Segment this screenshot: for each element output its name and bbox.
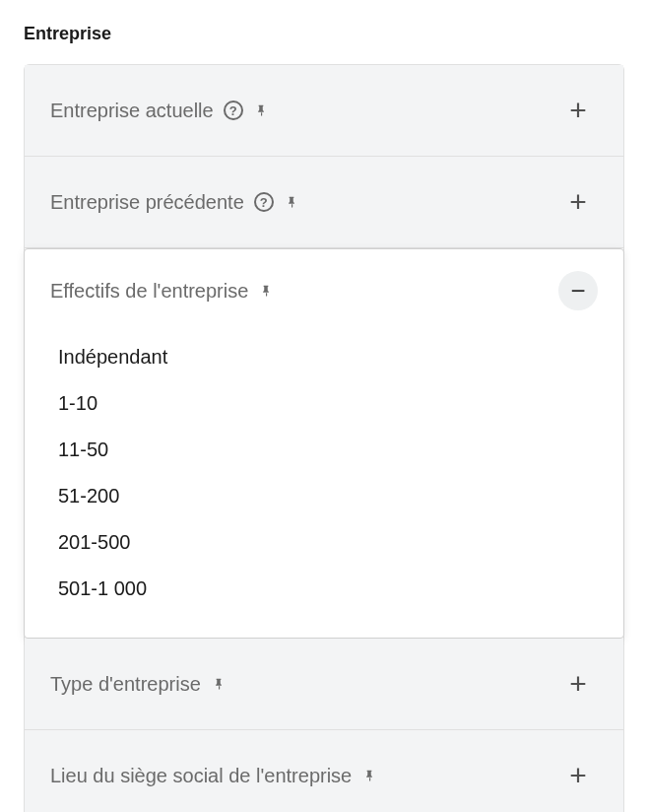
filter-label-past-company: Entreprise précédente (50, 191, 244, 214)
option-item[interactable]: 501-1 000 (58, 566, 598, 612)
filter-label-hq-location: Lieu du siège social de l'entreprise (50, 765, 352, 787)
filter-left-group: Entreprise actuelle ? (50, 100, 269, 122)
expand-button[interactable]: + (558, 182, 598, 222)
filter-past-company[interactable]: Entreprise précédente ? + (25, 157, 623, 248)
filter-hq-location[interactable]: Lieu du siège social de l'entreprise + (25, 730, 623, 812)
filter-type[interactable]: Type d'entreprise + (25, 639, 623, 730)
expand-button[interactable]: + (558, 664, 598, 704)
option-item[interactable]: 11-50 (58, 427, 598, 473)
filter-container: Entreprise actuelle ? + Entreprise précé… (24, 64, 624, 812)
option-item[interactable]: 51-200 (58, 473, 598, 519)
filter-left-group: Type d'entreprise (50, 673, 227, 696)
filter-label-headcount: Effectifs de l'entreprise (50, 280, 248, 303)
filter-left-group: Entreprise précédente ? (50, 191, 299, 214)
filter-header[interactable]: Effectifs de l'entreprise − (25, 249, 623, 326)
option-item[interactable]: Indépendant (58, 334, 598, 380)
pin-icon[interactable] (284, 194, 299, 210)
filter-headcount: Effectifs de l'entreprise − Indépendant … (24, 248, 624, 639)
filter-left-group: Lieu du siège social de l'entreprise (50, 765, 377, 787)
option-item[interactable]: 1-10 (58, 380, 598, 427)
pin-icon[interactable] (361, 768, 377, 783)
collapse-button[interactable]: − (558, 271, 598, 310)
option-item[interactable]: 201-500 (58, 519, 598, 566)
filter-label-type: Type d'entreprise (50, 673, 201, 696)
options-list: Indépendant 1-10 11-50 51-200 201-500 50… (25, 326, 623, 638)
pin-icon[interactable] (258, 283, 274, 299)
pin-icon[interactable] (211, 676, 227, 692)
filter-current-company[interactable]: Entreprise actuelle ? + (25, 65, 623, 157)
filter-left-group: Effectifs de l'entreprise (50, 280, 274, 303)
expand-button[interactable]: + (558, 756, 598, 795)
pin-icon[interactable] (253, 102, 269, 118)
expand-button[interactable]: + (558, 91, 598, 130)
section-title: Entreprise (24, 24, 624, 44)
filter-label-current-company: Entreprise actuelle (50, 100, 214, 122)
help-icon[interactable]: ? (224, 101, 243, 120)
help-icon[interactable]: ? (254, 192, 274, 212)
